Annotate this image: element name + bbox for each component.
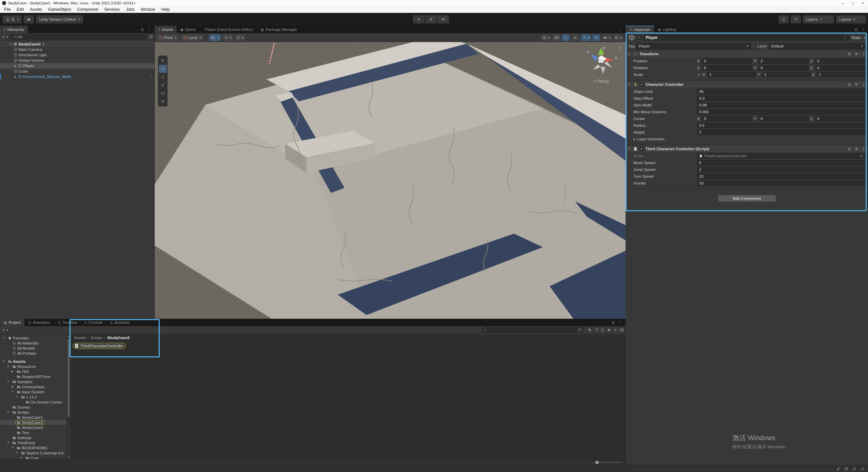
menu-item[interactable]: Window (138, 6, 158, 13)
folder-row[interactable]: On-Screen Contro (0, 399, 66, 405)
panel-menu-icon[interactable] (618, 27, 623, 32)
value-field[interactable]: 0.5 (697, 123, 865, 128)
account-dropdown[interactable]: G (3, 15, 22, 23)
inspector-tab[interactable]: ◍ Lighting (654, 26, 680, 33)
version-control-dropdown[interactable]: Unity Version Control (36, 15, 83, 23)
favorites-row[interactable]: All Prefabs (0, 351, 66, 356)
value-field[interactable]: 0.3 (697, 96, 865, 101)
global-search-button[interactable] (791, 15, 801, 23)
presets-icon[interactable] (854, 147, 859, 151)
scene-view-tab[interactable]: ▤ Package Manager (257, 26, 301, 33)
folder-row[interactable]: ▼ Samples (0, 379, 66, 384)
hierarchy-search-input[interactable]: ⌕ All (10, 34, 147, 40)
maximize-button[interactable]: □ (848, 0, 858, 6)
menu-item[interactable]: Component (74, 6, 101, 13)
script-object-field[interactable]: ThirdCharacterController (697, 153, 865, 159)
project-search-input[interactable]: ⌕ (482, 327, 584, 333)
position-y-field[interactable]: 2 (758, 58, 809, 64)
transform-tool[interactable] (159, 97, 167, 105)
bottom-panel-tab[interactable]: ≡ Console (81, 319, 106, 326)
value-field[interactable]: 0.001 (697, 109, 865, 115)
foldout-arrow-icon[interactable]: ▼ (6, 441, 10, 444)
menu-item[interactable]: GameObject (45, 6, 74, 13)
cache-server-disabled-icon[interactable] (844, 467, 848, 471)
audio-mute-toggle[interactable] (571, 34, 579, 41)
breadcrumb-item[interactable]: StudyCase2 (107, 336, 131, 340)
rotation-z-field[interactable]: 0 (815, 65, 865, 71)
folder-row[interactable]: ▶ FBX (0, 369, 66, 374)
gizmo-lock-icon[interactable] (618, 45, 622, 50)
search-by-type-icon[interactable] (588, 328, 592, 332)
value-field[interactable]: 10 (697, 180, 865, 186)
gameobject-icon[interactable] (628, 35, 635, 41)
folder-row[interactable]: ▼ Skybox Cubemap Ext (0, 450, 66, 455)
position-z-field[interactable]: 0 (815, 58, 865, 64)
folder-row[interactable]: Settings (0, 435, 66, 440)
presets-icon[interactable] (854, 52, 859, 56)
panel-menu-icon[interactable] (861, 27, 865, 32)
folder-row[interactable]: StudyCase1 (0, 415, 66, 420)
step-button[interactable] (437, 15, 449, 23)
script-component-header[interactable]: ▼ Third Character Controller (Script) (626, 145, 868, 153)
value-field[interactable]: 45 (697, 89, 865, 94)
create-asset-button[interactable] (1, 328, 8, 332)
bottom-panel-tab[interactable]: ◷ Animation (24, 319, 54, 326)
menu-item[interactable]: Assets (27, 6, 45, 13)
value-field[interactable]: 2 (697, 130, 865, 135)
favorites-row[interactable]: All Models (0, 346, 66, 351)
static-dropdown[interactable]: Static (846, 36, 865, 40)
shading-mode-dropdown[interactable] (541, 34, 551, 41)
help-icon[interactable] (847, 82, 851, 86)
folder-row[interactable]: StudyCase2 (0, 420, 66, 425)
foldout-arrow-icon[interactable]: ▼ (11, 446, 14, 449)
lock-icon[interactable] (140, 27, 144, 32)
tab-hierarchy[interactable]: ≡ Hierarchy (0, 26, 28, 33)
favorite-search-icon[interactable] (607, 328, 611, 332)
menu-item[interactable]: Jobs (123, 6, 137, 13)
position-x-field[interactable]: 0 (702, 58, 752, 64)
foldout-arrow-icon[interactable]: ▼ (6, 380, 10, 383)
breadcrumb-item[interactable]: Scripts › (91, 336, 105, 340)
play-button[interactable] (413, 15, 425, 23)
scale-x-field[interactable]: 1 (707, 72, 756, 77)
transform-header[interactable]: ▼ Transform (626, 50, 868, 58)
menu-item[interactable]: File (1, 6, 14, 13)
scene-lighting-toggle[interactable] (562, 34, 570, 41)
hierarchy-row[interactable]: ▶ Player (0, 63, 154, 68)
scale-z-field[interactable]: 1 (817, 72, 865, 77)
cloud-button[interactable] (24, 15, 34, 23)
rotate-tool[interactable] (159, 73, 167, 81)
foldout-closed-icon[interactable]: ▶ (633, 138, 637, 141)
component-menu-icon[interactable] (862, 146, 866, 151)
rect-tool[interactable] (159, 89, 167, 97)
grid-visibility-dropdown[interactable]: Y (209, 34, 221, 41)
folder-row[interactable]: ▼ Input System (0, 389, 66, 394)
static-checkbox[interactable] (846, 36, 850, 40)
gizmos-dropdown[interactable] (613, 34, 623, 41)
open-search-window-icon[interactable] (578, 328, 581, 332)
component-menu-icon[interactable] (862, 52, 866, 56)
rotation-x-field[interactable]: 0 (702, 65, 752, 71)
hierarchy-row[interactable]: Cube (0, 68, 154, 74)
layout-dropdown[interactable]: Layout (836, 15, 866, 23)
constrain-proportions-icon[interactable] (697, 73, 701, 77)
projection-label[interactable]: < Persp (581, 79, 622, 84)
pause-button[interactable] (425, 15, 437, 23)
background-tasks-ok-icon[interactable] (861, 467, 865, 471)
minimize-button[interactable]: – (837, 0, 848, 6)
hierarchy-row[interactable]: ▼ StudyCase2 ⋮ (0, 41, 154, 47)
object-picker-icon[interactable] (860, 154, 863, 158)
presets-icon[interactable] (854, 82, 859, 86)
value-field[interactable]: 10 (697, 174, 865, 179)
add-component-button[interactable]: Add Component (718, 195, 776, 202)
folder-row[interactable]: SimpleURPToon (0, 374, 66, 379)
folder-row[interactable]: ▼ Resources (0, 364, 66, 369)
scene-view-tab[interactable]: ◉ Game (177, 26, 199, 33)
foldout-open-icon[interactable]: ▼ (628, 83, 631, 86)
local-global-toggle[interactable]: Local (181, 34, 203, 41)
hierarchy-row[interactable]: Main Camera (0, 47, 154, 52)
window-picker-icon[interactable] (149, 35, 153, 39)
foldout-open-icon[interactable]: ▼ (628, 148, 631, 151)
scale-y-field[interactable]: 1 (762, 72, 811, 77)
scene-view-tab[interactable]: Player (Input Actions Editor) (199, 26, 257, 33)
